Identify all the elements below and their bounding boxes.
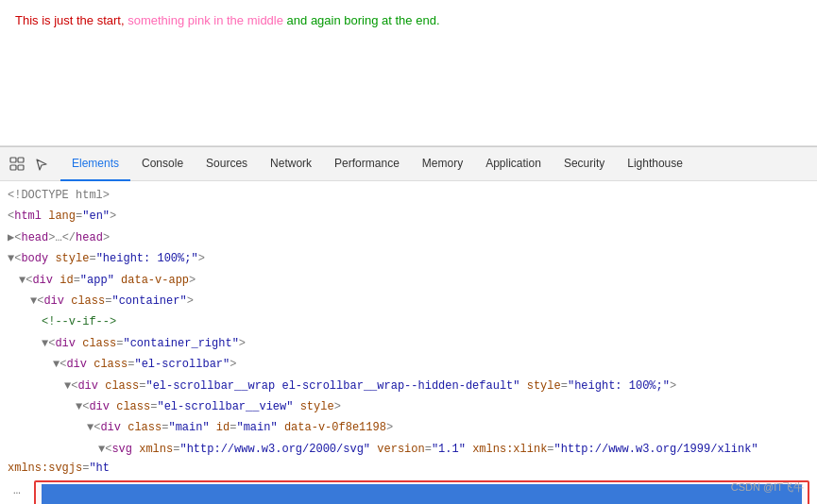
tab-lighthouse[interactable]: Lighthouse bbox=[616, 147, 694, 181]
dom-row-svg[interactable]: ▼<svg xmlns="http://www.w3.org/2000/svg"… bbox=[8, 439, 809, 479]
dom-row-body[interactable]: ▼<body style="height: 100%;"> bbox=[8, 248, 809, 269]
preview-text-start: This is just the start, bbox=[15, 13, 128, 27]
dom-row-comment[interactable]: <!--v-if--> bbox=[8, 311, 809, 332]
preview-text-pink: something pink in the middle bbox=[128, 13, 283, 27]
tab-sources[interactable]: Sources bbox=[195, 147, 259, 181]
toolbar-icons bbox=[8, 155, 51, 174]
preview-text-end: and again boring at the end. bbox=[283, 13, 440, 27]
dom-row-scrollbar-wrap[interactable]: ▼<div class="el-scrollbar__wrap el-scrol… bbox=[8, 376, 809, 396]
dom-row-head[interactable]: ▶<head>…</head> bbox=[8, 227, 809, 248]
selected-line-main[interactable]: <text x="0" y="11" fill="#ff0066" font-f… bbox=[42, 484, 802, 504]
tab-application[interactable]: Application bbox=[474, 147, 553, 181]
preview-text: This is just the start, something pink i… bbox=[15, 11, 440, 30]
devtools-toolbar: Elements Console Sources Network Perform… bbox=[0, 147, 817, 181]
tab-console[interactable]: Console bbox=[130, 147, 195, 181]
devtools-tabs: Elements Console Sources Network Perform… bbox=[60, 147, 694, 180]
svg-rect-2 bbox=[10, 165, 16, 170]
selected-block: <text x="0" y="11" fill="#ff0066" font-f… bbox=[34, 480, 809, 504]
dom-row-div-app[interactable]: ▼<div id="app" data-v-app> bbox=[8, 270, 809, 291]
dom-row-doctype[interactable]: <!DOCTYPE html> bbox=[8, 185, 809, 206]
svg-rect-3 bbox=[18, 165, 24, 170]
dom-row-main[interactable]: ▼<div class="main" id="main" data-v-0f8e… bbox=[8, 417, 809, 438]
three-dots-icon: … bbox=[8, 480, 26, 501]
cursor-icon[interactable] bbox=[32, 155, 51, 174]
dom-row-scrollbar-view[interactable]: ▼<div class="el-scrollbar__view" style> bbox=[8, 396, 809, 417]
svg-rect-0 bbox=[10, 158, 16, 162]
dom-row-scrollbar[interactable]: ▼<div class="el-scrollbar"> bbox=[8, 354, 809, 375]
dom-row-div-container[interactable]: ▼<div class="container"> bbox=[8, 291, 809, 311]
tab-security[interactable]: Security bbox=[553, 147, 616, 181]
tab-performance[interactable]: Performance bbox=[323, 147, 411, 181]
svg-rect-1 bbox=[18, 158, 24, 162]
watermark: CSDN @IT飞牛 bbox=[731, 480, 804, 495]
tab-memory[interactable]: Memory bbox=[411, 147, 474, 181]
tab-network[interactable]: Network bbox=[259, 147, 323, 181]
dom-row-container-right[interactable]: ▼<div class="container_right"> bbox=[8, 333, 809, 354]
dom-row-html[interactable]: <html lang="en"> bbox=[8, 206, 809, 227]
dom-tree[interactable]: <!DOCTYPE html> <html lang="en"> ▶<head>… bbox=[0, 181, 817, 504]
selected-block-container: … <text x="0" y="11" fill="#ff0066" font… bbox=[8, 480, 809, 504]
bracket: <!DOCTYPE html> bbox=[8, 189, 110, 202]
preview-area: This is just the start, something pink i… bbox=[0, 0, 817, 146]
tab-elements[interactable]: Elements bbox=[60, 147, 130, 181]
inspect-icon[interactable] bbox=[8, 155, 26, 174]
devtools-panel: Elements Console Sources Network Perform… bbox=[0, 146, 817, 504]
